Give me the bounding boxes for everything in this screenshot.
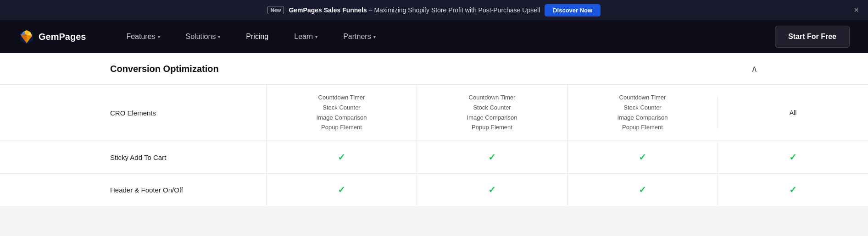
chevron-down-icon: ▾ <box>158 34 160 39</box>
check-icon: ✓ <box>639 152 646 163</box>
announcement-bar: New GemPages Sales Funnels – Maximizing … <box>0 0 868 20</box>
start-for-free-button[interactable]: Start For Free <box>775 26 850 48</box>
row-label-header-footer: Header & Footer On/Off <box>0 178 266 202</box>
check-icon: ✓ <box>488 152 496 163</box>
row-label-sticky-add-to-cart: Sticky Add To Cart <box>0 145 266 170</box>
cro-elements-col1: Countdown Timer Stock Counter Image Comp… <box>266 85 417 141</box>
nav-item-features[interactable]: Features ▾ <box>113 20 172 53</box>
check-icon: ✓ <box>789 184 797 195</box>
header-footer-col3: ✓ <box>567 174 718 206</box>
logo-link[interactable]: GemPages <box>18 28 86 45</box>
header-footer-col4: ✓ <box>718 174 868 206</box>
chevron-down-icon: ▾ <box>218 34 220 39</box>
sticky-cart-col3: ✓ <box>567 141 718 173</box>
nav-links: Features ▾ Solutions ▾ Pricing Learn ▾ P… <box>113 20 775 53</box>
navbar: GemPages Features ▾ Solutions ▾ Pricing … <box>0 20 868 53</box>
table-row: CRO Elements Countdown Timer Stock Count… <box>0 85 868 141</box>
main-content: Conversion Optimization ∧ CRO Elements C… <box>0 53 868 206</box>
sticky-cart-col1: ✓ <box>266 141 417 173</box>
check-icon: ✓ <box>338 152 345 163</box>
logo-icon <box>18 28 35 45</box>
sticky-cart-col2: ✓ <box>417 141 567 173</box>
cro-elements-col4: All <box>718 97 868 129</box>
section-header: Conversion Optimization ∧ <box>0 53 868 85</box>
table-row: Header & Footer On/Off ✓ ✓ ✓ ✓ <box>0 174 868 206</box>
nav-item-solutions[interactable]: Solutions ▾ <box>173 20 234 53</box>
collapse-icon[interactable]: ∧ <box>751 63 758 74</box>
chevron-down-icon: ▾ <box>373 34 376 39</box>
logo-text: GemPages <box>39 32 86 42</box>
header-footer-col1: ✓ <box>266 174 417 206</box>
cro-elements-col2: Countdown Timer Stock Counter Image Comp… <box>417 85 567 141</box>
check-icon: ✓ <box>338 184 345 195</box>
all-text: All <box>790 109 797 116</box>
cro-elements-col3: Countdown Timer Stock Counter Image Comp… <box>567 85 718 141</box>
row-label-cro-elements: CRO Elements <box>0 101 266 125</box>
chevron-down-icon: ▾ <box>315 34 317 39</box>
table-row: Sticky Add To Cart ✓ ✓ ✓ ✓ <box>0 141 868 174</box>
pricing-table: CRO Elements Countdown Timer Stock Count… <box>0 85 868 206</box>
new-badge: New <box>267 6 284 14</box>
close-announcement-button[interactable]: × <box>854 6 859 14</box>
nav-item-partners[interactable]: Partners ▾ <box>330 20 388 53</box>
sticky-cart-col4: ✓ <box>718 141 868 173</box>
discover-now-button[interactable]: Discover Now <box>545 4 601 16</box>
check-icon: ✓ <box>488 184 496 195</box>
header-footer-col2: ✓ <box>417 174 567 206</box>
nav-item-learn[interactable]: Learn ▾ <box>281 20 330 53</box>
check-icon: ✓ <box>789 152 797 163</box>
check-icon: ✓ <box>639 184 646 195</box>
nav-item-pricing[interactable]: Pricing <box>233 20 281 53</box>
section-title: Conversion Optimization <box>110 64 219 74</box>
announcement-text: GemPages Sales Funnels – Maximizing Shop… <box>289 6 540 14</box>
